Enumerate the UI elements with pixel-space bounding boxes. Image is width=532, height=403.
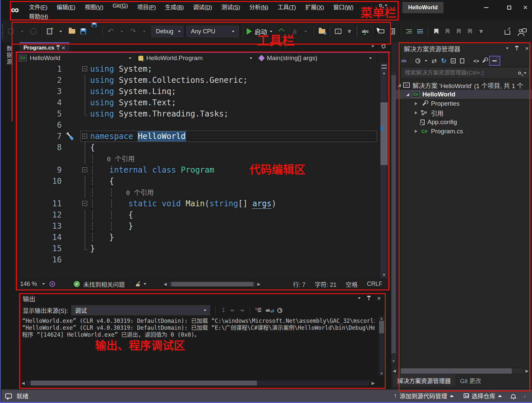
maximize-button[interactable] (502, 1, 517, 14)
spell-check-button[interactable]: abc (361, 26, 370, 36)
bookmark-dropdown[interactable] (477, 26, 485, 36)
panel-vertical-scrollbar[interactable]: ▼ (391, 72, 396, 363)
hot-reload-dropdown[interactable] (301, 26, 310, 36)
sync-with-active-document-button[interactable] (489, 56, 500, 66)
toolbar-grip[interactable] (2, 24, 3, 39)
add-to-source-control-button[interactable]: ↑ 添加到源代码管理 (391, 391, 457, 400)
toggle-bookmark-button[interactable] (432, 26, 441, 36)
code-line-5[interactable]: 5using System.Threading.Tasks; (16, 108, 379, 119)
split-window-handle[interactable] (381, 65, 387, 69)
start-debug-button[interactable]: 启动 (247, 26, 272, 36)
menu-item-10[interactable]: 扩展(X) (301, 1, 329, 12)
search-input[interactable] (405, 70, 515, 76)
sync-icon[interactable]: ⇄ (432, 57, 437, 65)
minimize-button[interactable] (479, 1, 494, 14)
refresh-icon[interactable]: ↻ (441, 57, 447, 65)
cursor-line-indicator[interactable]: 行: 7 (288, 280, 310, 288)
pending-changes-filter-icon[interactable] (415, 58, 420, 63)
menu-item-5[interactable]: 生成(B) (160, 1, 189, 12)
scroll-down-icon[interactable]: ▼ (379, 372, 384, 375)
tree-item-helloworld[interactable]: C#HelloWorld (396, 90, 532, 99)
panel-tab-1[interactable]: Git 更改 (455, 374, 486, 387)
paste-button[interactable] (388, 26, 397, 36)
code-line-11[interactable]: 11┆ ┆ static void Main(string[] args) (16, 198, 379, 209)
menu-item-11[interactable]: 窗口(W) (329, 1, 358, 12)
collapse-arrow-icon[interactable] (405, 92, 410, 97)
code-line-1[interactable]: 1using System; (16, 63, 379, 75)
find-in-files-button[interactable] (318, 26, 326, 36)
increase-indent-button[interactable]: ↰ (416, 26, 424, 36)
scroll-left-icon[interactable]: ◀ (21, 381, 25, 386)
decrease-indent-button[interactable] (405, 26, 413, 36)
share-button[interactable] (503, 26, 512, 36)
show-all-files-icon[interactable] (460, 58, 464, 63)
send-feedback-button[interactable] (516, 26, 525, 36)
close-panel-icon[interactable]: × (377, 295, 381, 301)
feedback-bubble-icon[interactable] (5, 393, 12, 398)
properties-wrench-icon[interactable] (482, 59, 486, 63)
document-list-dropdown[interactable] (372, 46, 374, 47)
breadcrumb-member[interactable]: Main(string[] args) (256, 53, 375, 63)
clear-all-output-icon[interactable] (255, 308, 261, 313)
solution-platform-combo[interactable]: Any CPU (187, 26, 239, 37)
pin-icon[interactable] (369, 297, 369, 300)
code-line-13[interactable]: 13┆ ┆ } (16, 220, 379, 232)
window-layout-dropdown[interactable] (345, 26, 354, 36)
code-line-9[interactable]: 9┆ internal class Program (16, 164, 379, 176)
solution-configuration-combo[interactable]: Debug (152, 26, 183, 37)
close-panel-icon[interactable]: × (525, 45, 529, 51)
select-repository-button[interactable]: 选择仓库 (460, 391, 505, 400)
code-line-8[interactable]: 8{ (16, 142, 379, 153)
tree-item-program-cs[interactable]: C#Program.cs (396, 127, 532, 136)
expand-arrow-icon[interactable] (413, 129, 419, 134)
code-line-10[interactable]: 10┆ { (16, 176, 379, 187)
data-sources-vertical-tab[interactable]: 数据源 (5, 46, 13, 65)
expand-arrow-icon[interactable] (413, 101, 419, 106)
fold-collapse-button[interactable] (80, 131, 90, 142)
clear-bookmarks-button[interactable] (466, 26, 474, 36)
panel-menu-dropdown[interactable] (506, 48, 509, 49)
open-file-button[interactable] (68, 26, 76, 36)
code-line-3[interactable]: 3using System.Linq; (16, 86, 379, 97)
quick-actions-screwdriver-icon[interactable] (65, 131, 76, 142)
scroll-left-icon[interactable]: ◀ (393, 368, 396, 373)
next-message-icon[interactable]: ↠ (240, 307, 244, 314)
code-line-6[interactable]: 6 (16, 119, 379, 131)
scroll-left-icon[interactable]: ◀ (163, 282, 167, 286)
tree-item-properties[interactable]: Properties (396, 99, 532, 108)
goto-message-icon[interactable]: ↧ (221, 307, 226, 314)
fold-collapse-button[interactable] (80, 63, 90, 75)
menu-item-4[interactable]: 项目(P) (132, 1, 160, 12)
scroll-right-icon[interactable]: ▶ (257, 282, 261, 286)
pin-icon[interactable] (58, 47, 58, 50)
notifications-bell-icon[interactable] (511, 394, 515, 398)
new-project-dropdown[interactable] (56, 26, 65, 36)
code-line-14[interactable]: 14┆ } (16, 232, 379, 243)
breadcrumb-type[interactable]: HelloWorld.Program (135, 53, 256, 63)
gear-icon[interactable] (381, 44, 386, 49)
scroll-up-icon[interactable]: ▲ (379, 317, 384, 320)
toolbar-grip-2[interactable] (356, 26, 358, 37)
breadcrumb-project[interactable]: C# HelloWorld (16, 53, 135, 63)
code-line-codelens[interactable]: ┆ 0 个引用 (16, 153, 379, 164)
menu-item-0[interactable]: 帮助(H) (24, 11, 53, 21)
save-button[interactable] (79, 26, 88, 36)
tree-item-app-config[interactable]: App.config (396, 118, 532, 127)
prev-bookmark-button[interactable] (443, 26, 452, 36)
line-ending-indicator[interactable]: CRLF (362, 281, 387, 287)
new-project-button[interactable] (45, 26, 54, 36)
visual-studio-logo-icon[interactable]: ∞ (9, 3, 21, 16)
pin-icon[interactable] (516, 47, 517, 50)
expand-arrow-icon[interactable] (413, 111, 419, 116)
menu-item-8[interactable]: 分析(N) (245, 1, 273, 12)
solution-explorer-toolbar-button[interactable]: ⌂ (334, 26, 342, 36)
output-source-combo[interactable]: 调试 (71, 305, 210, 315)
code-line-codelens[interactable]: ┆ ┆ 0 个引用 (16, 187, 379, 198)
timestamp-icon[interactable] (277, 308, 282, 313)
menu-item-9[interactable]: 工具(T) (273, 1, 301, 12)
switch-views-icon[interactable]: ∞ (401, 56, 407, 65)
document-tab-programcs[interactable]: Program.cs × (19, 42, 69, 52)
zoom-level-combo[interactable]: 146 % (16, 281, 50, 287)
redo-button[interactable]: ↷ (129, 26, 137, 36)
collapse-arrow-icon[interactable] (396, 83, 402, 88)
